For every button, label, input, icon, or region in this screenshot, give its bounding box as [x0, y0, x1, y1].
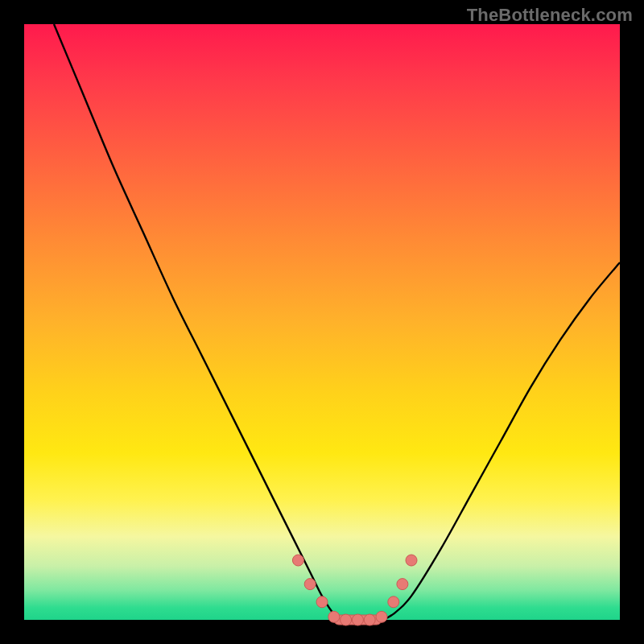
- bottleneck-curve: [54, 24, 620, 621]
- chart-svg: [24, 24, 620, 620]
- marker-dot: [316, 597, 328, 608]
- marker-dot: [364, 614, 375, 625]
- marker-dot: [304, 579, 316, 590]
- marker-dot: [292, 555, 303, 566]
- marker-dot: [376, 611, 387, 622]
- chart-frame: TheBottleneck.com: [0, 0, 644, 644]
- marker-dot: [397, 579, 408, 590]
- marker-dot: [341, 614, 352, 625]
- marker-dot: [406, 555, 417, 566]
- marker-dot: [328, 611, 340, 622]
- marker-group: [292, 555, 417, 625]
- watermark-text: TheBottleneck.com: [467, 5, 633, 26]
- curve-group: [54, 24, 620, 621]
- marker-dot: [388, 597, 399, 608]
- marker-dot: [352, 614, 363, 625]
